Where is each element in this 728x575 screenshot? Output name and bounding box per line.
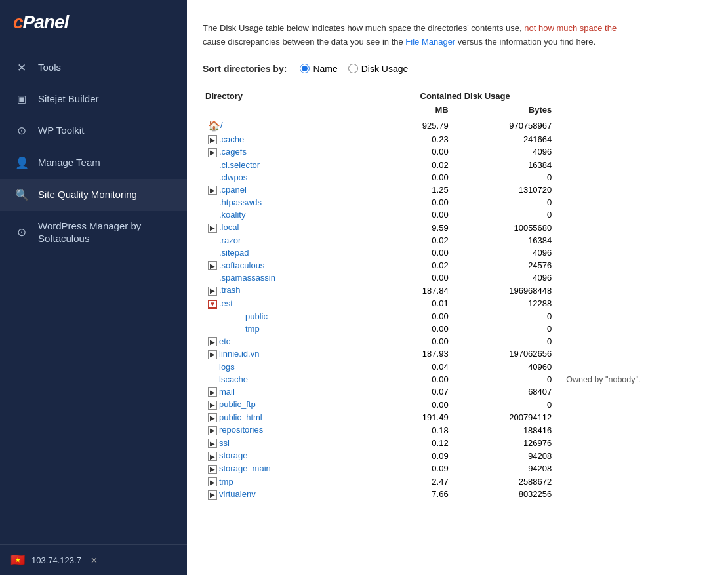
- expand-btn[interactable]: ▶: [208, 186, 217, 195]
- dir-link[interactable]: .spamassassin: [219, 273, 275, 283]
- dir-link[interactable]: lscache: [219, 374, 248, 384]
- dir-link[interactable]: tmp: [219, 477, 233, 486]
- sidebar-item-wptoolkit-label: WP Toolkit: [38, 125, 84, 137]
- dir-cell: ▶mail: [203, 386, 373, 399]
- th-dir-sub: [203, 104, 373, 119]
- dir-link[interactable]: .est: [219, 298, 233, 308]
- dir-link[interactable]: .cagefs: [219, 147, 247, 157]
- bytes-cell: 0: [454, 171, 557, 184]
- sidebar-item-tools-label: Tools: [38, 62, 61, 74]
- sort-label: Sort directories by:: [203, 64, 287, 74]
- bytes-cell: 241664: [454, 133, 557, 146]
- dir-link[interactable]: etc: [219, 336, 230, 346]
- dir-link[interactable]: virtualenv: [219, 489, 256, 499]
- sidebar-item-manageteam[interactable]: 👤 Manage Team: [0, 147, 187, 179]
- expand-btn[interactable]: ▶: [208, 135, 217, 144]
- dir-link[interactable]: logs: [219, 362, 235, 372]
- dir-link[interactable]: mail: [219, 387, 235, 397]
- sidebar-item-wpmanager[interactable]: ⊙ WordPress Manager by Softaculous: [0, 211, 187, 254]
- mb-cell: 0.01: [373, 297, 454, 310]
- bytes-cell: 0: [454, 373, 557, 386]
- dir-cell: .clwpos: [203, 171, 373, 184]
- sidebar-item-sitequality[interactable]: 🔍 Site Quality Monitoring: [0, 179, 187, 211]
- th-mb: MB: [373, 104, 454, 119]
- dir-cell: ▶storage_main: [203, 462, 373, 475]
- sort-by-diskusage[interactable]: Disk Usage: [348, 64, 409, 74]
- expand-btn[interactable]: ▶: [208, 426, 217, 435]
- sidebar-item-tools[interactable]: ✕ Tools: [0, 52, 187, 84]
- table-row: ▶tmp2.472588672: [203, 475, 712, 488]
- expand-btn[interactable]: ▶: [208, 350, 217, 359]
- dir-link[interactable]: repositories: [219, 425, 263, 435]
- sidebar-footer: 🇻🇳 103.74.123.7 ✕: [0, 544, 187, 575]
- expand-btn[interactable]: ▶: [208, 465, 217, 474]
- file-manager-link[interactable]: File Manager: [405, 37, 455, 47]
- expand-btn[interactable]: ▶: [208, 490, 217, 500]
- sort-name-radio[interactable]: [300, 64, 310, 73]
- dir-link[interactable]: .koality: [219, 210, 245, 220]
- close-ip-button[interactable]: ✕: [91, 555, 98, 565]
- expand-btn[interactable]: ▶: [208, 287, 217, 296]
- dir-cell: lscache: [203, 373, 373, 386]
- sidebar-item-wptoolkit[interactable]: ⊙ WP Toolkit: [0, 115, 187, 147]
- dir-link[interactable]: linnie.id.vn: [219, 349, 259, 359]
- dir-link[interactable]: .sitepad: [219, 248, 249, 258]
- dir-cell: ▶storage: [203, 449, 373, 462]
- sidebar-item-sitejet[interactable]: ▣ Sitejet Builder: [0, 84, 187, 115]
- dir-link[interactable]: ssl: [219, 438, 230, 448]
- note-cell: [557, 297, 712, 310]
- table-row: ▶storage_main0.0994208: [203, 462, 712, 475]
- dir-link[interactable]: tmp: [245, 324, 260, 334]
- bytes-cell: 126976: [454, 437, 557, 450]
- dir-link[interactable]: .local: [219, 222, 239, 232]
- bytes-cell: 0: [454, 208, 557, 221]
- dir-link[interactable]: .clwpos: [219, 172, 247, 182]
- table-row: .clwpos0.000: [203, 171, 712, 184]
- dir-link-home[interactable]: /: [220, 120, 223, 130]
- cpanel-logo-text: cPanel: [13, 12, 174, 33]
- dir-link[interactable]: public_ftp: [219, 399, 256, 409]
- dir-link[interactable]: .trash: [219, 285, 241, 295]
- sort-options: Name Disk Usage: [300, 64, 408, 74]
- dir-link[interactable]: storage: [219, 450, 247, 460]
- th-directory: Directory: [203, 89, 373, 104]
- sidebar-logo: cPanel: [0, 0, 187, 45]
- expand-btn[interactable]: ▶: [208, 452, 217, 461]
- note-cell: [557, 398, 712, 411]
- expand-btn[interactable]: ▶: [208, 387, 217, 397]
- sort-diskusage-radio[interactable]: [348, 64, 358, 73]
- bytes-cell: 1310720: [454, 184, 557, 197]
- dir-cell: .htpasswds: [203, 196, 373, 208]
- dir-link[interactable]: public: [245, 311, 268, 321]
- dir-cell: ▶etc: [203, 335, 373, 348]
- table-row: logs0.0440960: [203, 361, 712, 373]
- dir-link[interactable]: .htpasswds: [219, 197, 262, 207]
- sitequality-icon: 🔍: [14, 188, 29, 202]
- expand-btn[interactable]: ▶: [208, 337, 217, 346]
- table-row: ▶mail0.0768407: [203, 386, 712, 399]
- dir-link[interactable]: .cl.selector: [219, 160, 260, 170]
- expand-btn[interactable]: ▶: [208, 401, 217, 410]
- dir-link[interactable]: .razor: [219, 235, 241, 245]
- dir-link[interactable]: public_html: [219, 412, 262, 422]
- note-cell: [557, 361, 712, 373]
- note-text: Owned by "nobody".: [566, 375, 640, 384]
- table-row: 🏠/925.79970758967: [203, 119, 712, 133]
- note-cell: [557, 159, 712, 171]
- sort-by-name[interactable]: Name: [300, 64, 337, 74]
- expand-btn[interactable]: ▶: [208, 261, 217, 270]
- dir-link[interactable]: .cache: [219, 134, 244, 144]
- disk-table: Directory Contained Disk Usage MB Bytes …: [203, 89, 712, 501]
- expand-btn[interactable]: ▶: [208, 439, 217, 448]
- dir-link[interactable]: .softaculous: [219, 260, 264, 270]
- note-cell: [557, 196, 712, 208]
- expand-btn[interactable]: ▶: [208, 413, 217, 422]
- mb-cell: 9.59: [373, 221, 454, 234]
- expand-btn[interactable]: ▶: [208, 148, 217, 157]
- expand-btn[interactable]: ▶: [208, 224, 217, 233]
- note-cell: [557, 284, 712, 297]
- dir-link[interactable]: .cpanel: [219, 185, 247, 195]
- collapse-btn[interactable]: ▼: [208, 300, 217, 309]
- expand-btn[interactable]: ▶: [208, 477, 217, 486]
- dir-link[interactable]: storage_main: [219, 464, 271, 473]
